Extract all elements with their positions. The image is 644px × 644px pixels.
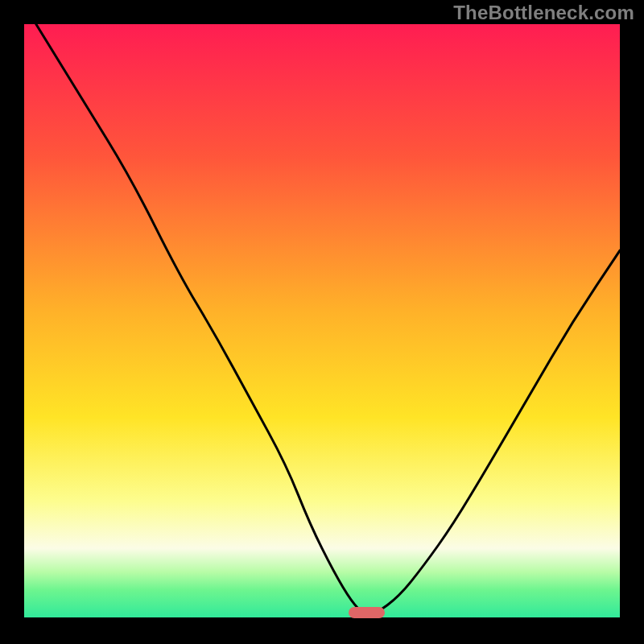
chart-plot-area (24, 24, 620, 620)
optimal-marker-pill (349, 607, 384, 618)
chart-baseline (24, 617, 620, 620)
bottleneck-curve (24, 24, 620, 620)
watermark-text: TheBottleneck.com (453, 2, 634, 24)
